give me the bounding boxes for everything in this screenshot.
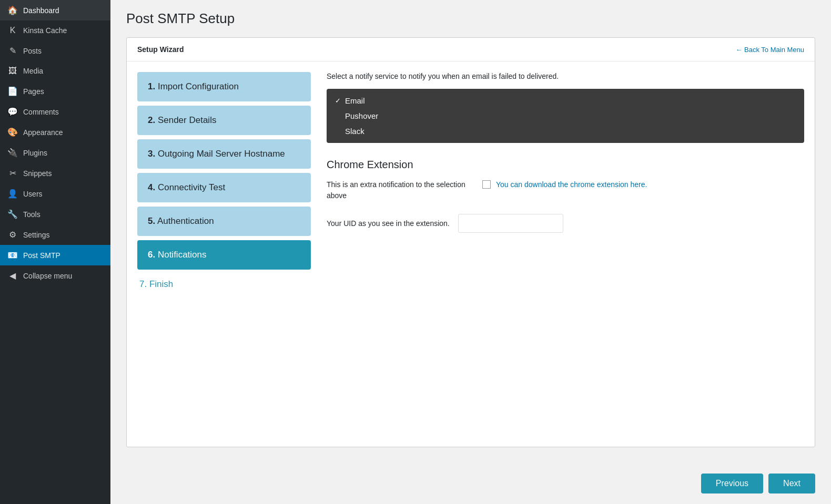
main-content: Setup Wizard ← Back To Main Menu 1. Impo… <box>110 32 831 463</box>
bottom-navigation: Previous Next <box>110 463 831 504</box>
sidebar-item-label: Plugins <box>23 149 47 157</box>
step-1-button[interactable]: 1. Import Configuration <box>137 72 311 101</box>
tools-icon: 🔧 <box>7 209 18 219</box>
sidebar: 🏠DashboardKKinsta Cache✎Posts🖼Media📄Page… <box>0 0 110 504</box>
sidebar-item-post-smtp[interactable]: 📧Post SMTP <box>0 245 110 265</box>
step-4-button[interactable]: 4. Connectivity Test <box>137 173 311 202</box>
sidebar-item-label: Media <box>23 67 43 75</box>
step-7-finish-button[interactable]: 7. Finish <box>137 274 311 290</box>
sidebar-item-label: Tools <box>23 210 40 219</box>
sidebar-item-label: Comments <box>23 108 59 116</box>
kinsta-cache-icon: K <box>7 26 18 35</box>
plugins-icon: 🔌 <box>7 148 18 158</box>
dropdown-select[interactable]: ✓ Email ✓ Pushover ✓ Slack <box>327 89 804 143</box>
dropdown-option-pushover-label: Pushover <box>345 111 378 120</box>
setup-card: Setup Wizard ← Back To Main Menu 1. Impo… <box>126 37 815 447</box>
sidebar-item-label: Kinsta Cache <box>23 26 67 35</box>
page-header: Post SMTP Setup <box>110 0 831 32</box>
sidebar-item-label: Snippets <box>23 169 52 178</box>
sidebar-item-label: Users <box>23 190 43 198</box>
chrome-extension-link[interactable]: You can download the chrome extension he… <box>496 179 647 190</box>
wizard-content: Select a notify service to notify you wh… <box>327 72 804 436</box>
card-header: Setup Wizard ← Back To Main Menu <box>127 38 815 61</box>
sidebar-item-label: Appearance <box>23 128 63 137</box>
uid-label: Your UID as you see in the extension. <box>327 218 450 229</box>
next-button[interactable]: Next <box>768 474 815 493</box>
comments-icon: 💬 <box>7 107 18 117</box>
steps-column: 1. Import Configuration2. Sender Details… <box>137 72 311 436</box>
appearance-icon: 🎨 <box>7 127 18 137</box>
dropdown-option-email-label: Email <box>345 96 365 105</box>
step-6-button[interactable]: 6. Notifications <box>137 240 311 270</box>
check-icon: ✓ <box>335 97 341 105</box>
dropdown-option-pushover[interactable]: ✓ Pushover <box>335 109 796 122</box>
sidebar-item-users[interactable]: 👤Users <box>0 183 110 204</box>
uid-row: Your UID as you see in the extension. <box>327 214 804 233</box>
main-area: Post SMTP Setup Setup Wizard ← Back To M… <box>110 0 831 504</box>
chrome-extension-checkbox[interactable] <box>482 180 491 189</box>
dropdown-option-slack-label: Slack <box>345 127 364 136</box>
sidebar-item-tools[interactable]: 🔧Tools <box>0 204 110 224</box>
settings-icon: ⚙ <box>7 230 18 240</box>
chrome-extension-title: Chrome Extension <box>327 159 804 171</box>
sidebar-item-label: Posts <box>23 47 42 55</box>
media-icon: 🖼 <box>7 66 18 76</box>
sidebar-item-dashboard[interactable]: 🏠Dashboard <box>0 0 110 20</box>
chrome-extension-row: This is an extra notification to the sel… <box>327 179 804 201</box>
sidebar-item-label: Collapse menu <box>23 272 72 280</box>
step-5-button[interactable]: 5. Authentication <box>137 207 311 236</box>
sidebar-item-collapse[interactable]: ◀Collapse menu <box>0 265 110 286</box>
users-icon: 👤 <box>7 189 18 199</box>
collapse-icon: ◀ <box>7 271 18 281</box>
sidebar-item-snippets[interactable]: ✂Snippets <box>0 163 110 183</box>
sidebar-item-comments[interactable]: 💬Comments <box>0 101 110 122</box>
card-body: 1. Import Configuration2. Sender Details… <box>127 61 815 447</box>
card-header-title: Setup Wizard <box>137 45 184 54</box>
sidebar-item-pages[interactable]: 📄Pages <box>0 81 110 101</box>
notify-service-dropdown[interactable]: ✓ Email ✓ Pushover ✓ Slack <box>327 89 804 143</box>
previous-button[interactable]: Previous <box>701 474 763 493</box>
chrome-extension-desc: This is an extra notification to the sel… <box>327 179 474 201</box>
posts-icon: ✎ <box>7 46 18 56</box>
dropdown-option-email[interactable]: ✓ Email <box>335 94 796 107</box>
snippets-icon: ✂ <box>7 168 18 178</box>
sidebar-item-label: Dashboard <box>23 6 59 15</box>
sidebar-item-plugins[interactable]: 🔌Plugins <box>0 142 110 163</box>
sidebar-item-label: Post SMTP <box>23 251 60 260</box>
sidebar-item-label: Settings <box>23 231 50 239</box>
sidebar-item-appearance[interactable]: 🎨Appearance <box>0 122 110 142</box>
dropdown-option-slack[interactable]: ✓ Slack <box>335 125 796 138</box>
back-to-main-link[interactable]: ← Back To Main Menu <box>735 46 804 54</box>
chrome-extension-right: You can download the chrome extension he… <box>482 179 647 190</box>
step-3-button[interactable]: 3. Outgoing Mail Server Hostname <box>137 139 311 169</box>
sidebar-item-media[interactable]: 🖼Media <box>0 61 110 81</box>
step-2-button[interactable]: 2. Sender Details <box>137 106 311 135</box>
sidebar-item-posts[interactable]: ✎Posts <box>0 40 110 61</box>
pages-icon: 📄 <box>7 86 18 96</box>
notify-description: Select a notify service to notify you wh… <box>327 72 804 80</box>
post-smtp-icon: 📧 <box>7 250 18 260</box>
sidebar-item-kinsta-cache[interactable]: KKinsta Cache <box>0 20 110 40</box>
dashboard-icon: 🏠 <box>7 5 18 15</box>
uid-input[interactable] <box>458 214 563 233</box>
sidebar-item-label: Pages <box>23 87 44 96</box>
sidebar-item-settings[interactable]: ⚙Settings <box>0 224 110 245</box>
page-title: Post SMTP Setup <box>126 11 815 27</box>
